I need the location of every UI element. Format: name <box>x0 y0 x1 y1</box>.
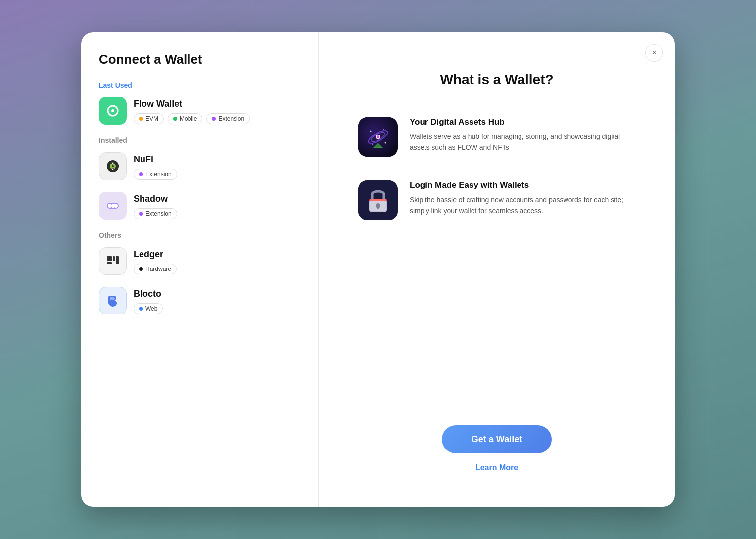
svg-point-9 <box>114 204 118 208</box>
wallet-item-blocto[interactable]: Blocto Web <box>99 287 300 314</box>
extension-label-shadow: Extension <box>145 210 172 217</box>
ledger-wallet-name: Ledger <box>134 249 177 260</box>
nufi-wallet-name: NuFi <box>134 154 177 165</box>
evm-label: EVM <box>145 115 158 122</box>
wallet-item-nufi[interactable]: NuFi Extension <box>99 152 300 180</box>
svg-point-4 <box>112 165 114 167</box>
blocto-wallet-name: Blocto <box>134 289 163 299</box>
shadow-wallet-tags: Extension <box>134 208 177 219</box>
nufi-wallet-icon <box>99 152 127 180</box>
galaxy-wallet-icon <box>358 117 398 157</box>
login-body: Skip the hassle of crafting new accounts… <box>410 194 635 217</box>
wallet-item-ledger[interactable]: Ledger Hardware <box>99 247 300 275</box>
ledger-wallet-info: Ledger Hardware <box>134 247 177 274</box>
tag-web: Web <box>134 303 163 314</box>
tag-mobile: Mobile <box>168 113 202 124</box>
extension-dot-nufi <box>139 172 143 176</box>
hardware-dot <box>139 267 143 271</box>
svg-point-6 <box>112 168 114 170</box>
extension-label-flow: Extension <box>218 115 244 122</box>
flow-wallet-icon <box>99 97 127 125</box>
wallet-info-panel: × What is a Wallet? <box>319 32 675 507</box>
extension-dot-shadow <box>139 212 143 216</box>
hub-body: Wallets serve as a hub for managing, sto… <box>410 131 635 153</box>
wallet-item-shadow[interactable]: Shadow Extension <box>99 192 300 220</box>
svg-point-23 <box>372 144 373 145</box>
svg-rect-11 <box>107 256 112 261</box>
tag-extension-nufi: Extension <box>134 169 177 180</box>
ledger-wallet-tags: Hardware <box>134 264 177 274</box>
svg-rect-30 <box>377 206 379 209</box>
mobile-dot <box>173 117 177 121</box>
hub-heading: Your Digital Assets Hub <box>410 117 635 127</box>
wallet-list-panel: Connect a Wallet Last Used Flow Wallet E… <box>81 32 319 507</box>
connect-wallet-modal: Connect a Wallet Last Used Flow Wallet E… <box>81 32 675 507</box>
login-heading: Login Made Easy with Wallets <box>410 180 635 190</box>
tag-extension-shadow: Extension <box>134 208 177 219</box>
svg-rect-12 <box>107 262 112 264</box>
svg-point-21 <box>385 142 386 144</box>
flow-wallet-tags: EVM Mobile Extension <box>134 113 250 124</box>
ledger-wallet-icon <box>99 247 127 275</box>
svg-point-19 <box>377 135 379 138</box>
svg-rect-14 <box>116 256 119 264</box>
modal-title: Connect a Wallet <box>99 52 300 67</box>
blocto-wallet-icon <box>99 287 127 314</box>
shadow-wallet-name: Shadow <box>134 194 177 204</box>
flow-wallet-name: Flow Wallet <box>134 99 250 109</box>
evm-dot <box>139 117 143 121</box>
svg-point-8 <box>108 204 112 208</box>
svg-rect-10 <box>112 204 114 208</box>
tag-evm: EVM <box>134 113 164 124</box>
login-info-text: Login Made Easy with Wallets Skip the ha… <box>410 180 635 217</box>
wallet-item-flow[interactable]: Flow Wallet EVM Mobile Extension <box>99 97 300 125</box>
installed-label: Installed <box>99 136 300 144</box>
close-icon: × <box>652 48 656 57</box>
extension-dot-flow <box>212 117 216 121</box>
blocto-wallet-tags: Web <box>134 303 163 314</box>
lock-wallet-icon <box>358 180 398 220</box>
shadow-wallet-info: Shadow Extension <box>134 192 177 219</box>
right-panel-title: What is a Wallet? <box>440 72 553 88</box>
shadow-wallet-icon <box>99 192 127 220</box>
web-dot <box>139 307 143 311</box>
learn-more-link[interactable]: Learn More <box>475 463 518 472</box>
extension-label-nufi: Extension <box>145 171 172 178</box>
blocto-wallet-info: Blocto Web <box>134 287 163 314</box>
close-button[interactable]: × <box>645 44 663 62</box>
hardware-label: Hardware <box>145 266 171 272</box>
nufi-wallet-info: NuFi Extension <box>134 152 177 180</box>
svg-point-20 <box>370 131 372 132</box>
svg-point-22 <box>383 129 384 130</box>
mobile-label: Mobile <box>180 115 197 122</box>
svg-point-5 <box>112 162 114 164</box>
others-label: Others <box>99 231 300 239</box>
last-used-label: Last Used <box>99 81 300 89</box>
get-wallet-button[interactable]: Get a Wallet <box>442 425 552 453</box>
info-item-login: Login Made Easy with Wallets Skip the ha… <box>358 180 635 220</box>
svg-point-1 <box>111 109 114 112</box>
hub-info-text: Your Digital Assets Hub Wallets serve as… <box>410 117 635 153</box>
svg-rect-31 <box>369 199 387 201</box>
tag-extension-flow: Extension <box>206 113 250 124</box>
nufi-wallet-tags: Extension <box>134 169 177 180</box>
flow-wallet-info: Flow Wallet EVM Mobile Extension <box>134 97 250 124</box>
svg-rect-13 <box>113 256 115 261</box>
web-label: Web <box>145 305 157 312</box>
info-item-hub: Your Digital Assets Hub Wallets serve as… <box>358 117 635 157</box>
tag-hardware: Hardware <box>134 264 177 274</box>
